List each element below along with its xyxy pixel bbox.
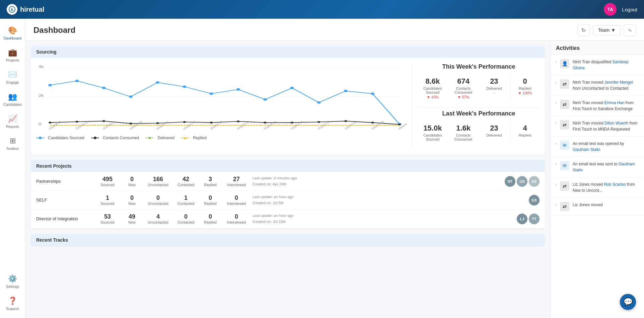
- this-week-replied-label: Replied: [512, 86, 538, 90]
- legend-contacts-consumed: Contacts Consumed: [91, 136, 139, 140]
- settings-icon: ⚙️: [8, 274, 17, 283]
- project-sourced: 1 Sourced: [96, 194, 119, 206]
- refresh-button[interactable]: ↻: [578, 24, 590, 36]
- chart-toggle-button[interactable]: ∿: [624, 24, 636, 36]
- svg-point-13: [183, 85, 186, 88]
- sidebar-item-candidates[interactable]: 👥 Candidates: [1, 89, 24, 110]
- list-item[interactable]: › ✉ An email test was sent to Gautham St…: [551, 157, 644, 177]
- project-sourced: 495 Sourced: [96, 176, 119, 187]
- chevron-right-icon: ›: [555, 203, 557, 207]
- chart-legend: Candidates Sourced Contacts Consumed Del…: [36, 136, 407, 140]
- legend-candidates-sourced: Candidates Sourced: [36, 136, 84, 140]
- list-item[interactable]: › ⇄ Liz Jones moved: [551, 198, 644, 216]
- legend-replied-label: Replied: [193, 136, 207, 140]
- candidates-icon: 👥: [8, 92, 17, 101]
- list-item[interactable]: › ⇄ Liz Jones moved Rob Scarlso from New…: [551, 177, 644, 198]
- sourcing-card: Sourcing 4k 2k 0: [31, 46, 545, 155]
- activity-text: An email test was sent to Gautham Stalin: [573, 161, 639, 173]
- sidebar-item-dashboard[interactable]: 🎨 Dashboard: [1, 23, 24, 44]
- recent-projects-card: Recent Projects Partnerships 495 Sourced…: [31, 160, 545, 229]
- this-week-contacts: 674 Contacts Consumed ▼ 57%: [449, 74, 478, 102]
- svg-point-32: [317, 121, 320, 123]
- sidebar-item-projects[interactable]: 💼 Projects: [1, 45, 24, 66]
- svg-point-30: [264, 122, 266, 124]
- project-new: 49 New: [122, 213, 142, 224]
- svg-point-9: [75, 80, 79, 82]
- project-contacted: 0 Contacted: [174, 213, 198, 224]
- this-week-candidates-value: 8.6k: [419, 77, 446, 86]
- sidebar-label-support: Support: [6, 307, 19, 311]
- svg-point-15: [236, 88, 240, 91]
- sidebar-item-engage[interactable]: ✉️ Engage: [1, 67, 24, 88]
- activity-link[interactable]: Dillon Wuerth: [604, 121, 629, 126]
- activity-text: Ninh Tran disqualified Sandeep Gilotra: [573, 59, 639, 71]
- last-week-contacts-label: Contacts Consumed: [450, 133, 477, 141]
- move-icon: ⇄: [560, 181, 569, 191]
- table-row[interactable]: Director of Integration 53 Sourced 49 Ne…: [31, 210, 545, 228]
- activity-link[interactable]: Gautham Stalin: [573, 147, 600, 152]
- svg-point-19: [344, 90, 348, 92]
- this-week-delivered: 23 Delivered --: [480, 74, 509, 102]
- activity-text: Ninh Tran moved Jennifer Mengel from Unc…: [573, 79, 639, 91]
- logout-button[interactable]: Logout: [622, 7, 637, 12]
- table-row[interactable]: Partnerships 495 Sourced 0 New 166 Uncon…: [31, 172, 545, 191]
- content: Dashboard ↻ Team ▼ ∿ Sourcing: [25, 19, 644, 318]
- svg-point-11: [129, 95, 133, 98]
- sidebar-item-settings[interactable]: ⚙️ Settings: [1, 271, 24, 292]
- sidebar-item-support[interactable]: ❓ Support: [1, 293, 24, 314]
- email-icon: ✉: [560, 141, 569, 150]
- legend-delivered: Delivered: [146, 136, 174, 140]
- this-week-title: This Week's Performance: [418, 63, 540, 70]
- list-item[interactable]: › ✉ An email test was opened by Gautham …: [551, 137, 644, 157]
- project-meta: Last update: an hour ago Created on: Jul…: [253, 194, 526, 206]
- list-item[interactable]: › ⇄ Ninh Tran moved Emma Han from First …: [551, 96, 644, 116]
- sidebar-item-reports[interactable]: 📈 Reports: [1, 111, 24, 132]
- list-item[interactable]: › ⇄ Ninh Tran moved Jennifer Mengel from…: [551, 75, 644, 96]
- main-panel: Sourcing 4k 2k 0: [25, 41, 550, 318]
- sidebar-label-projects: Projects: [6, 58, 19, 62]
- project-interviewed: 27 Interviewed: [223, 176, 250, 187]
- project-uncontacted: 0 Uncontacted: [145, 194, 171, 206]
- logo-text: hiretual: [20, 6, 44, 13]
- chevron-right-icon: ›: [555, 182, 557, 187]
- project-replied: 3 Replied: [200, 176, 220, 187]
- activity-link[interactable]: Jennifer Mengel: [604, 80, 633, 85]
- activities-list: › 👤 Ninh Tran disqualified Sandeep Gilot…: [551, 55, 644, 318]
- right-panel: Activities › 👤 Ninh Tran disqualified Sa…: [550, 41, 644, 318]
- chat-button[interactable]: 💬: [620, 294, 636, 310]
- activity-text: Liz Jones moved Rob Scarlso from New to …: [573, 181, 639, 193]
- sidebar-label-toolbox: Toolbox: [6, 147, 19, 151]
- team-button[interactable]: Team ▼: [593, 25, 621, 35]
- svg-point-33: [344, 120, 347, 122]
- user-avatar[interactable]: TA: [604, 3, 617, 16]
- recent-projects-body: Partnerships 495 Sourced 0 New 166 Uncon…: [31, 172, 545, 229]
- projects-icon: 💼: [8, 48, 17, 57]
- last-week-candidates: 15.0k Candidates Sourced: [418, 121, 447, 144]
- sidebar-item-toolbox[interactable]: ⊞ Toolbox: [1, 133, 24, 154]
- this-week-contacts-change: ▼ 57%: [450, 95, 477, 99]
- table-row[interactable]: SELF 1 Sourced 0 New 0 Uncontacted 1 Con…: [31, 191, 545, 210]
- svg-point-34: [371, 122, 374, 124]
- chevron-right-icon: ›: [555, 60, 557, 64]
- this-week-replied-change: ▼ 100%: [512, 91, 538, 95]
- project-name: Director of Integration: [36, 216, 93, 221]
- activity-link[interactable]: Emma Han: [604, 100, 625, 105]
- activity-link[interactable]: Rob Scarlso: [604, 182, 626, 187]
- move-icon: ⇄: [560, 100, 569, 109]
- list-item[interactable]: › ⇄ Ninh Tran moved Dillon Wuerth from F…: [551, 116, 644, 137]
- svg-point-25: [129, 123, 132, 124]
- activity-link[interactable]: Sandeep Gilotra: [573, 60, 629, 70]
- last-week-replied: 4 Replied: [510, 121, 540, 144]
- move-icon: ⇄: [560, 202, 569, 211]
- recent-projects-header: Recent Projects: [31, 160, 545, 172]
- this-week-candidates-change: ▼ 43%: [419, 95, 446, 99]
- activities-header: Activities: [551, 41, 644, 55]
- move-icon: ⇄: [560, 120, 569, 130]
- svg-point-16: [263, 98, 267, 101]
- svg-rect-55: [149, 137, 151, 139]
- project-interviewed: 0 Interviewed: [223, 194, 250, 206]
- activity-link[interactable]: Gautham Stalin: [573, 162, 635, 172]
- project-uncontacted: 4 Uncontacted: [145, 213, 171, 224]
- svg-point-24: [102, 120, 105, 122]
- list-item[interactable]: › 👤 Ninh Tran disqualified Sandeep Gilot…: [551, 55, 644, 75]
